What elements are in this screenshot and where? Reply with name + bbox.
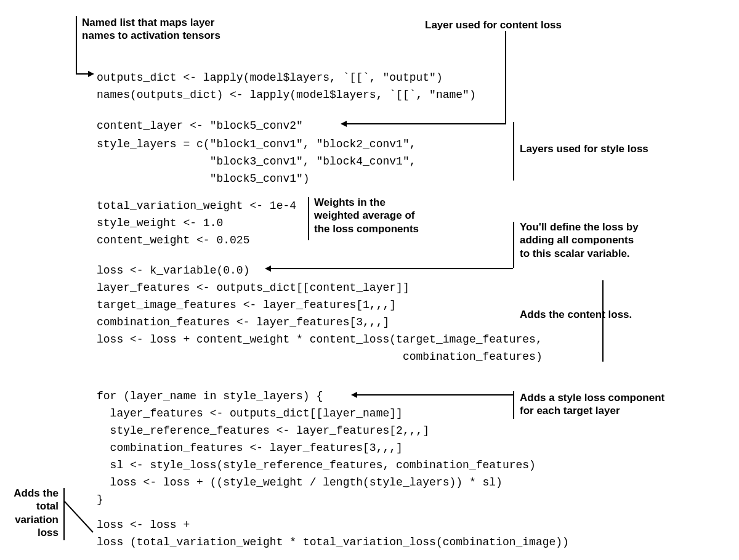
- code-line-10: loss <- k_variable(0.0): [97, 262, 249, 279]
- code-line-2: names(outputs_dict) <- lapply(model$laye…: [97, 86, 476, 103]
- annotation-style-layers: Layers used for style loss: [520, 142, 648, 155]
- code-line-18: style_reference_features <- layer_featur…: [97, 422, 429, 439]
- arrow-content-layer-head: [341, 121, 347, 127]
- code-line-3: content_layer <- "block5_conv2": [97, 117, 303, 134]
- arrow-named-list-head: [88, 71, 94, 77]
- arrow-named-list-h: [76, 73, 88, 75]
- arrow-content-layer-v: [505, 31, 506, 123]
- bar-style-layers: [513, 122, 514, 181]
- code-line-20: sl <- style_loss(style_reference_feature…: [97, 457, 536, 474]
- bar-named-list: [76, 16, 77, 75]
- arrow-scalar-head: [265, 266, 271, 272]
- code-line-9: content_weight <- 0.025: [97, 232, 249, 249]
- arrow-scalar-h: [271, 268, 513, 269]
- code-line-15: combination_features): [97, 348, 543, 365]
- arrow-style-loop-head: [351, 392, 357, 398]
- code-line-11: layer_features <- outputs_dict[[content_…: [97, 279, 410, 296]
- code-line-13: combination_features <- layer_features[3…: [97, 314, 389, 331]
- code-line-23: loss <- loss +: [97, 516, 190, 534]
- code-line-5: "block3_conv1", "block4_conv1",: [97, 153, 416, 170]
- arrow-content-layer-h: [347, 123, 506, 124]
- annotation-weights: Weights in the weighted average of the l…: [314, 196, 419, 235]
- annotation-style-loop: Adds a style loss component for each tar…: [520, 391, 664, 418]
- code-line-24: loss (total_variation_weight * total_var…: [97, 534, 569, 551]
- diag-tv-loss: [63, 500, 94, 534]
- annotation-scalar: You'll define the loss by adding all com…: [520, 221, 639, 260]
- annotation-tv-loss: Adds the total variation loss: [9, 487, 59, 539]
- annotation-named-list: Named list that maps layer names to acti…: [82, 16, 220, 43]
- code-line-12: target_image_features <- layer_features[…: [97, 296, 396, 314]
- bar-scalar: [513, 222, 514, 268]
- bar-style-loop: [513, 391, 514, 419]
- code-line-19: combination_features <- layer_features[3…: [97, 439, 403, 457]
- code-line-8: style_weight <- 1.0: [97, 214, 223, 232]
- code-line-4: style_layers = c("block1_conv1", "block2…: [97, 136, 416, 153]
- code-line-7: total_variation_weight <- 1e-4: [97, 197, 296, 214]
- arrow-style-loop-h: [357, 394, 513, 396]
- annotation-content-loss: Adds the content loss.: [520, 308, 632, 321]
- bar-content-loss: [602, 280, 604, 362]
- code-line-16: for (layer_name in style_layers) {: [97, 388, 323, 405]
- annotation-content-layer: Layer used for content loss: [425, 18, 562, 31]
- bar-weights: [308, 197, 309, 240]
- code-line-6: "block5_conv1"): [97, 170, 310, 187]
- svg-line-0: [63, 500, 93, 532]
- code-line-14: loss <- loss + content_weight * content_…: [97, 331, 543, 348]
- code-line-1: outputs_dict <- lapply(model$layers, `[[…: [97, 69, 443, 86]
- code-line-21: loss <- loss + ((style_weight / length(s…: [97, 474, 503, 491]
- code-line-17: layer_features <- outputs_dict[[layer_na…: [97, 405, 403, 422]
- code-line-22: }: [97, 491, 103, 508]
